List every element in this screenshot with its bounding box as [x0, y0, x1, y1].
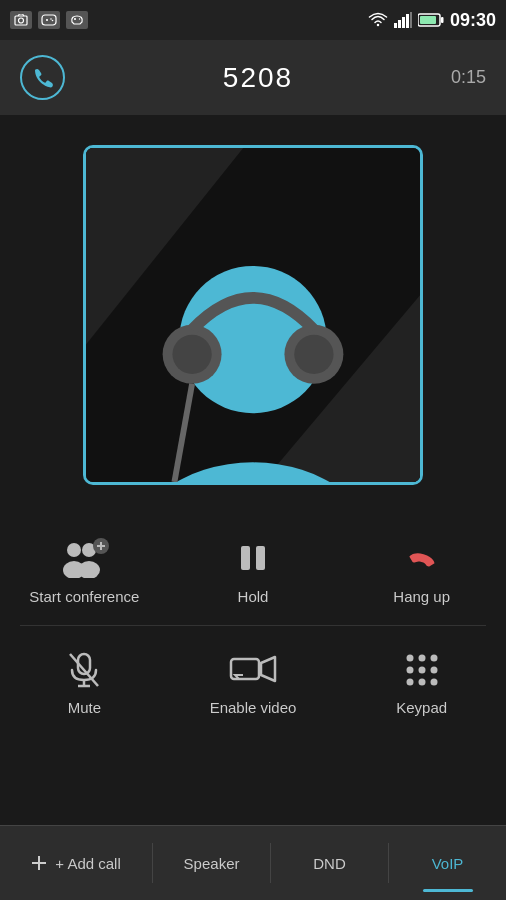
tab-bar: + Add call Speaker DND VoIP — [0, 825, 506, 900]
svg-point-45 — [430, 654, 437, 661]
phone-in-call-icon — [20, 55, 65, 100]
contact-avatar — [83, 145, 423, 485]
svg-point-6 — [52, 20, 54, 22]
speaker-label: Speaker — [184, 855, 240, 872]
svg-rect-0 — [15, 16, 27, 25]
svg-point-46 — [406, 666, 413, 673]
svg-point-44 — [418, 654, 425, 661]
control-row-2: Mute Enable video — [0, 626, 506, 736]
add-call-label: + Add call — [55, 855, 120, 872]
mute-button[interactable]: Mute — [0, 636, 169, 726]
keypad-button[interactable]: Keypad — [337, 636, 506, 726]
add-call-button[interactable]: + Add call — [0, 826, 152, 900]
svg-rect-12 — [402, 17, 405, 28]
mute-label: Mute — [68, 699, 101, 716]
tab-dnd[interactable]: DND — [271, 826, 388, 900]
svg-rect-13 — [406, 14, 409, 28]
icon-photo — [10, 11, 32, 29]
keypad-icon — [397, 646, 447, 691]
status-icons-right: 09:30 — [368, 10, 496, 31]
signal-icon — [394, 12, 412, 28]
svg-point-24 — [172, 335, 211, 374]
keypad-label: Keypad — [396, 699, 447, 716]
voip-active-indicator — [423, 889, 473, 892]
svg-rect-2 — [42, 15, 56, 25]
svg-point-48 — [430, 666, 437, 673]
voip-label: VoIP — [432, 855, 464, 872]
hold-button[interactable]: Hold — [169, 525, 338, 615]
svg-point-43 — [406, 654, 413, 661]
call-header: 5208 0:15 — [0, 40, 506, 115]
time-display: 09:30 — [450, 10, 496, 31]
svg-point-49 — [406, 678, 413, 685]
svg-point-51 — [430, 678, 437, 685]
plus-icon — [31, 855, 47, 871]
tab-voip[interactable]: VoIP — [389, 826, 506, 900]
hangup-icon — [397, 535, 447, 580]
svg-rect-14 — [410, 12, 412, 28]
icon-controller — [66, 11, 88, 29]
avatar-svg — [86, 145, 420, 485]
svg-rect-10 — [394, 23, 397, 28]
video-icon — [228, 646, 278, 691]
tab-speaker[interactable]: Speaker — [153, 826, 270, 900]
svg-rect-36 — [256, 546, 265, 570]
svg-point-5 — [50, 18, 52, 20]
svg-marker-42 — [261, 657, 275, 681]
svg-rect-16 — [420, 16, 436, 24]
svg-point-28 — [67, 543, 81, 557]
control-row-1: Start conference Hold Hang up — [0, 515, 506, 625]
icon-game — [38, 11, 60, 29]
svg-point-1 — [19, 18, 24, 23]
hold-icon — [228, 535, 278, 580]
dnd-label: DND — [313, 855, 346, 872]
svg-rect-35 — [241, 546, 250, 570]
svg-rect-11 — [398, 20, 401, 28]
add-call-content: + Add call — [31, 855, 120, 872]
call-number: 5208 — [223, 62, 293, 94]
start-conference-label: Start conference — [29, 588, 139, 605]
conference-icon — [59, 535, 109, 580]
wifi-icon — [368, 12, 388, 28]
svg-point-50 — [418, 678, 425, 685]
hang-up-button[interactable]: Hang up — [337, 525, 506, 615]
svg-rect-17 — [441, 17, 444, 23]
call-duration: 0:15 — [451, 67, 486, 88]
svg-point-9 — [79, 18, 80, 19]
controls: Start conference Hold Hang up — [0, 505, 506, 736]
enable-video-label: Enable video — [210, 699, 297, 716]
svg-point-47 — [418, 666, 425, 673]
battery-icon — [418, 13, 444, 27]
status-bar: 09:30 — [0, 0, 506, 40]
svg-point-26 — [294, 335, 333, 374]
mute-icon — [59, 646, 109, 691]
status-icons-left — [10, 11, 88, 29]
avatar-area — [0, 115, 506, 505]
enable-video-button[interactable]: Enable video — [169, 636, 338, 726]
hold-label: Hold — [238, 588, 269, 605]
start-conference-button[interactable]: Start conference — [0, 525, 169, 615]
hang-up-label: Hang up — [393, 588, 450, 605]
